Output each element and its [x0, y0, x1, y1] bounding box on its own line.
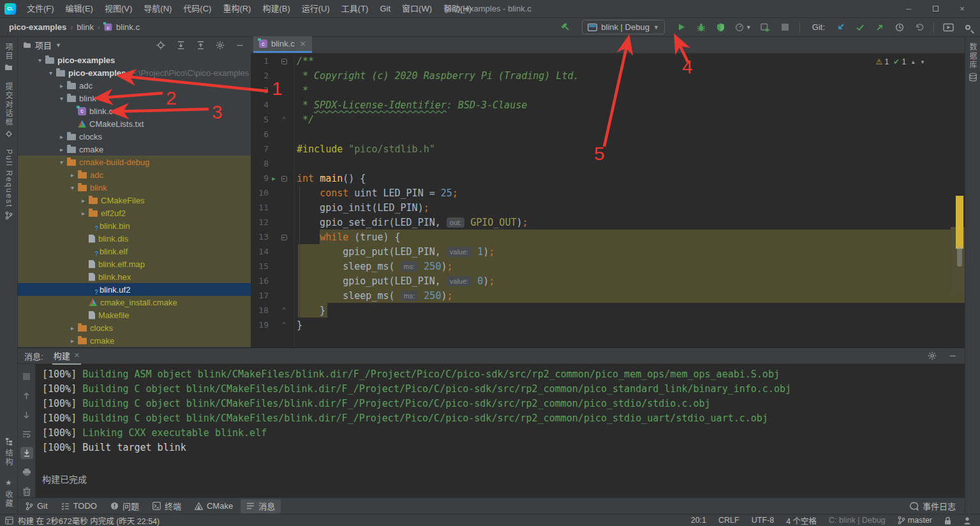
scroll-to-end-button[interactable]	[20, 447, 33, 459]
run-configuration-select[interactable]: blink | Debug ▼	[582, 20, 665, 34]
debug-button[interactable]	[695, 20, 707, 34]
fold-start-icon[interactable]: −	[279, 58, 289, 64]
tree-item-cmake_install.cmake[interactable]: cmake_install.cmake	[18, 296, 251, 309]
toolwindow-button-终端[interactable]: 终端	[147, 499, 187, 513]
tree-item-elf2uf2[interactable]: ▸elf2uf2	[18, 207, 251, 219]
code-line-19[interactable]: 19⌃}	[251, 318, 965, 332]
code-line-16[interactable]: 16 gpio_put(LED_PIN, value: 0);	[251, 274, 965, 288]
tree-item-clocks[interactable]: ▸clocks	[18, 321, 251, 334]
close-button[interactable]: ×	[958, 5, 966, 13]
menu-item-2[interactable]: 视图(V)	[99, 0, 138, 18]
inspections-widget[interactable]: ⚠ 1 ✔ 1 ▲ ▼	[875, 57, 925, 66]
stripe-item-结构[interactable]: 结构	[3, 432, 14, 472]
menu-item-4[interactable]: 代码(C)	[177, 0, 217, 18]
build-tab[interactable]: 构建 ✕	[52, 347, 81, 365]
prev-problem-icon[interactable]: ▲	[910, 59, 916, 65]
build-console[interactable]: [100%] Building ASM object blink/CMakeFi…	[42, 367, 962, 497]
tree-item-cmake[interactable]: ▸cmake	[18, 143, 251, 156]
status-item-inspections-profile-icon[interactable]	[963, 516, 971, 525]
run-button[interactable]	[676, 20, 687, 34]
chevron-down-icon[interactable]: ▾	[67, 184, 78, 191]
stripe-item-收藏[interactable]: ★收藏	[3, 472, 14, 514]
toolwindow-button-问题[interactable]: 问题	[105, 499, 145, 513]
status-item-4 个空格[interactable]: 4 个空格	[786, 515, 817, 526]
run-line-icon[interactable]: ▶	[269, 175, 279, 182]
close-tab-icon[interactable]: ✕	[300, 40, 306, 48]
menu-item-3[interactable]: 导航(N)	[138, 0, 177, 18]
toolwindow-button-TODO[interactable]: TODO	[56, 499, 103, 513]
menu-item-10[interactable]: 窗口(W)	[396, 0, 438, 18]
tree-item-blink.elf.map[interactable]: blink.elf.map	[18, 258, 251, 270]
tab-blink-c[interactable]: c blink.c ✕	[253, 36, 312, 53]
code-line-4[interactable]: 4 * SPDX-License-Identifier: BSD-3-Claus…	[251, 98, 965, 112]
print-button[interactable]	[20, 466, 33, 478]
tree-item-blink.bin[interactable]: ?blink.bin	[18, 219, 251, 232]
code-line-15[interactable]: 15 sleep_ms( ms: 250);	[251, 259, 965, 274]
attach-button[interactable]	[760, 20, 771, 34]
menu-item-0[interactable]: 文件(F)	[21, 0, 60, 18]
toolwindow-button-CMake[interactable]: CMake	[189, 499, 239, 513]
code-line-10[interactable]: 10 const uint LED_PIN = 25;	[251, 186, 965, 200]
status-item-C: blink | Debug[interactable]: C: blink | Debug	[829, 516, 886, 525]
stripe-item-数据库[interactable]: 数据库	[967, 37, 978, 87]
chevron-right-icon[interactable]: ▸	[56, 146, 67, 153]
tree-item-pico-examples[interactable]: ▾pico-examplesF:\Project\Pico\C\pico-exa…	[18, 66, 251, 79]
run-anything-button[interactable]	[942, 20, 954, 34]
chevron-down-icon[interactable]: ▾	[56, 159, 67, 166]
stripe-item-提交对话框[interactable]: 提交对话框	[3, 77, 14, 143]
menu-item-6[interactable]: 构建(B)	[256, 0, 295, 18]
prev-message-button[interactable]	[20, 390, 33, 402]
breadcrumb-item-2[interactable]: blink.c	[116, 22, 140, 32]
close-tab-icon[interactable]: ✕	[74, 351, 80, 360]
minimize-button[interactable]: –	[905, 5, 912, 13]
chevron-down-icon[interactable]: ▾	[45, 69, 56, 77]
tree-item-adc[interactable]: ▸adc	[18, 79, 251, 92]
collapse-all-button[interactable]	[195, 38, 206, 52]
coverage-button[interactable]	[715, 20, 727, 34]
tree-item-CMakeFiles[interactable]: ▸CMakeFiles	[18, 194, 251, 207]
chevron-right-icon[interactable]: ▸	[67, 325, 78, 332]
breadcrumb-item-1[interactable]: blink	[77, 22, 94, 32]
stop-button[interactable]	[780, 20, 791, 34]
chevron-right-icon[interactable]: ▸	[56, 133, 67, 140]
event-log-button[interactable]: 事件日志	[909, 500, 965, 512]
chevron-right-icon[interactable]: ▸	[67, 172, 78, 179]
code-line-1[interactable]: 1−/**	[251, 54, 965, 68]
code-area[interactable]: 1−/**2 * Copyright (c) 2020 Raspberry Pi…	[251, 54, 965, 347]
toolwindow-button-Git[interactable]: Git	[20, 499, 54, 513]
code-line-2[interactable]: 2 * Copyright (c) 2020 Raspberry Pi (Tra…	[251, 68, 965, 83]
menu-item-5[interactable]: 重构(R)	[217, 0, 256, 18]
fold-end-icon[interactable]: ⌃	[279, 321, 289, 329]
tree-item-blink.c[interactable]: cblink.c	[18, 105, 251, 117]
stripe-item-项目[interactable]: 项目	[3, 37, 14, 77]
tree-item-pico-examples[interactable]: ▾pico-examples	[18, 54, 251, 66]
menu-item-8[interactable]: 工具(T)	[336, 0, 375, 18]
scrollbar-thumb[interactable]	[957, 246, 962, 267]
build-settings-button[interactable]	[926, 349, 938, 363]
code-line-11[interactable]: 11 gpio_init(LED_PIN);	[251, 200, 965, 215]
fold-end-icon[interactable]: ⌃	[279, 115, 289, 124]
tree-item-CMakeLists.txt[interactable]: CMakeLists.txt	[18, 117, 251, 130]
panel-settings-button[interactable]	[214, 38, 226, 52]
tree-item-blink.hex[interactable]: blink.hex	[18, 270, 251, 283]
code-line-14[interactable]: 14 gpio_put(LED_PIN, value: 1);	[251, 244, 965, 259]
code-line-18[interactable]: 18⌃ }	[251, 303, 965, 318]
code-line-17[interactable]: 17 sleep_ms( ms: 250);	[251, 288, 965, 303]
tree-item-blink.dis[interactable]: blink.dis	[18, 232, 251, 245]
hide-panel-button[interactable]: ─	[234, 38, 246, 52]
chevron-right-icon[interactable]: ▸	[78, 210, 89, 217]
status-item-CRLF[interactable]: CRLF	[718, 516, 739, 525]
git-update-button[interactable]	[835, 20, 846, 34]
chevron-right-icon[interactable]: ▸	[78, 197, 89, 204]
stop-output-button[interactable]	[20, 370, 33, 383]
profiler-button[interactable]: ▼	[735, 20, 752, 34]
project-panel-title[interactable]: 项目	[35, 39, 52, 51]
build-hammer-button[interactable]	[560, 20, 571, 34]
chevron-right-icon[interactable]: ▸	[56, 82, 67, 89]
breadcrumb-item-0[interactable]: pico-examples	[9, 22, 66, 32]
code-line-12[interactable]: 12 gpio_set_dir(LED_PIN, out: GPIO_OUT);	[251, 215, 965, 230]
fold-end-icon[interactable]: ⌃	[279, 306, 289, 314]
status-item-lock-icon[interactable]	[944, 516, 951, 525]
search-everywhere-button[interactable]	[962, 20, 974, 34]
code-line-8[interactable]: 8	[251, 156, 965, 171]
